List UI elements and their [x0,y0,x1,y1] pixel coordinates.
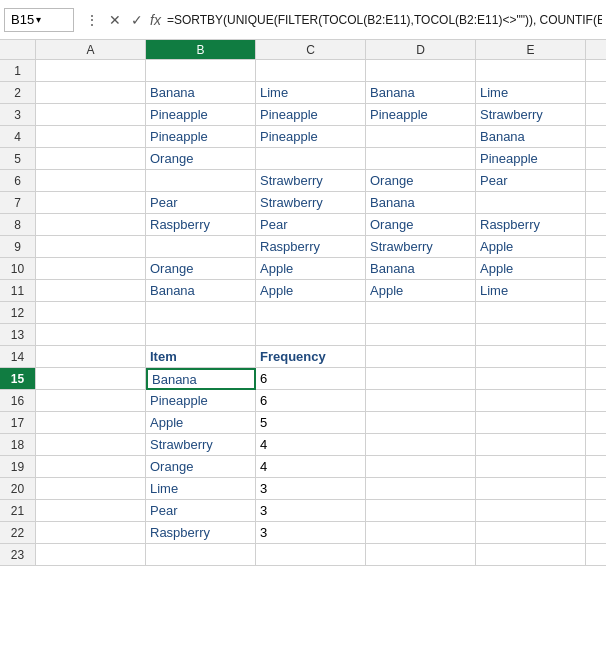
cell-C4[interactable]: Pineapple [256,126,366,148]
cell-A7[interactable] [36,192,146,214]
cancel-icon[interactable]: ✕ [106,10,124,30]
cell-B13[interactable] [146,324,256,346]
row-number-2[interactable]: 2 [0,82,36,104]
cell-F18[interactable] [586,434,606,456]
cell-B3[interactable]: Pineapple [146,104,256,126]
row-number-7[interactable]: 7 [0,192,36,214]
row-number-14[interactable]: 14 [0,346,36,368]
cell-B11[interactable]: Banana [146,280,256,302]
cell-C3[interactable]: Pineapple [256,104,366,126]
cell-B12[interactable] [146,302,256,324]
cell-E15[interactable] [476,368,586,390]
cell-ref-dropdown-icon[interactable]: ▾ [36,14,41,25]
cell-F21[interactable] [586,500,606,522]
cell-A8[interactable] [36,214,146,236]
cell-A10[interactable] [36,258,146,280]
row-number-11[interactable]: 11 [0,280,36,302]
cell-E16[interactable] [476,390,586,412]
more-options-icon[interactable]: ⋮ [82,10,102,30]
row-number-15[interactable]: 15 [0,368,36,390]
cell-F4[interactable] [586,126,606,148]
row-number-21[interactable]: 21 [0,500,36,522]
cell-A20[interactable] [36,478,146,500]
cell-F19[interactable] [586,456,606,478]
cell-F6[interactable] [586,170,606,192]
cell-A19[interactable] [36,456,146,478]
cell-F9[interactable] [586,236,606,258]
cell-E21[interactable] [476,500,586,522]
cell-F13[interactable] [586,324,606,346]
cell-E9[interactable]: Apple [476,236,586,258]
col-header-B[interactable]: B [146,40,256,60]
cell-A22[interactable] [36,522,146,544]
row-number-8[interactable]: 8 [0,214,36,236]
cell-E1[interactable] [476,60,586,82]
row-number-17[interactable]: 17 [0,412,36,434]
cell-C19[interactable]: 4 [256,456,366,478]
cell-A11[interactable] [36,280,146,302]
row-number-18[interactable]: 18 [0,434,36,456]
cell-B19[interactable]: Orange [146,456,256,478]
cell-C11[interactable]: Apple [256,280,366,302]
cell-C2[interactable]: Lime [256,82,366,104]
cell-F22[interactable] [586,522,606,544]
cell-B17[interactable]: Apple [146,412,256,434]
cell-C23[interactable] [256,544,366,566]
cell-C21[interactable]: 3 [256,500,366,522]
cell-C22[interactable]: 3 [256,522,366,544]
cell-F23[interactable] [586,544,606,566]
cell-C12[interactable] [256,302,366,324]
cell-B9[interactable] [146,236,256,258]
cell-D11[interactable]: Apple [366,280,476,302]
cell-C5[interactable] [256,148,366,170]
cell-F15[interactable] [586,368,606,390]
cell-F7[interactable] [586,192,606,214]
cell-B21[interactable]: Pear [146,500,256,522]
col-header-E[interactable]: E [476,40,586,60]
row-number-19[interactable]: 19 [0,456,36,478]
row-number-23[interactable]: 23 [0,544,36,566]
cell-B14[interactable]: Item [146,346,256,368]
cell-E12[interactable] [476,302,586,324]
cell-C20[interactable]: 3 [256,478,366,500]
col-header-D[interactable]: D [366,40,476,60]
cell-A1[interactable] [36,60,146,82]
cell-F5[interactable] [586,148,606,170]
row-number-16[interactable]: 16 [0,390,36,412]
cell-F20[interactable] [586,478,606,500]
cell-A14[interactable] [36,346,146,368]
cell-B7[interactable]: Pear [146,192,256,214]
cell-A2[interactable] [36,82,146,104]
cell-D21[interactable] [366,500,476,522]
row-number-22[interactable]: 22 [0,522,36,544]
cell-C8[interactable]: Pear [256,214,366,236]
cell-D12[interactable] [366,302,476,324]
cell-A5[interactable] [36,148,146,170]
row-number-13[interactable]: 13 [0,324,36,346]
cell-E13[interactable] [476,324,586,346]
cell-A16[interactable] [36,390,146,412]
cell-E20[interactable] [476,478,586,500]
cell-E6[interactable]: Pear [476,170,586,192]
cell-D7[interactable]: Banana [366,192,476,214]
cell-D18[interactable] [366,434,476,456]
col-header-A[interactable]: A [36,40,146,60]
cell-D5[interactable] [366,148,476,170]
row-number-4[interactable]: 4 [0,126,36,148]
row-number-3[interactable]: 3 [0,104,36,126]
cell-B16[interactable]: Pineapple [146,390,256,412]
cell-F11[interactable] [586,280,606,302]
col-header-C[interactable]: C [256,40,366,60]
cell-B15[interactable]: Banana [146,368,256,390]
cell-A15[interactable] [36,368,146,390]
cell-C9[interactable]: Raspberry [256,236,366,258]
cell-D15[interactable] [366,368,476,390]
cell-A6[interactable] [36,170,146,192]
cell-A4[interactable] [36,126,146,148]
cell-D20[interactable] [366,478,476,500]
cell-F14[interactable] [586,346,606,368]
cell-E2[interactable]: Lime [476,82,586,104]
cell-E3[interactable]: Strawberry [476,104,586,126]
cell-A17[interactable] [36,412,146,434]
row-number-12[interactable]: 12 [0,302,36,324]
